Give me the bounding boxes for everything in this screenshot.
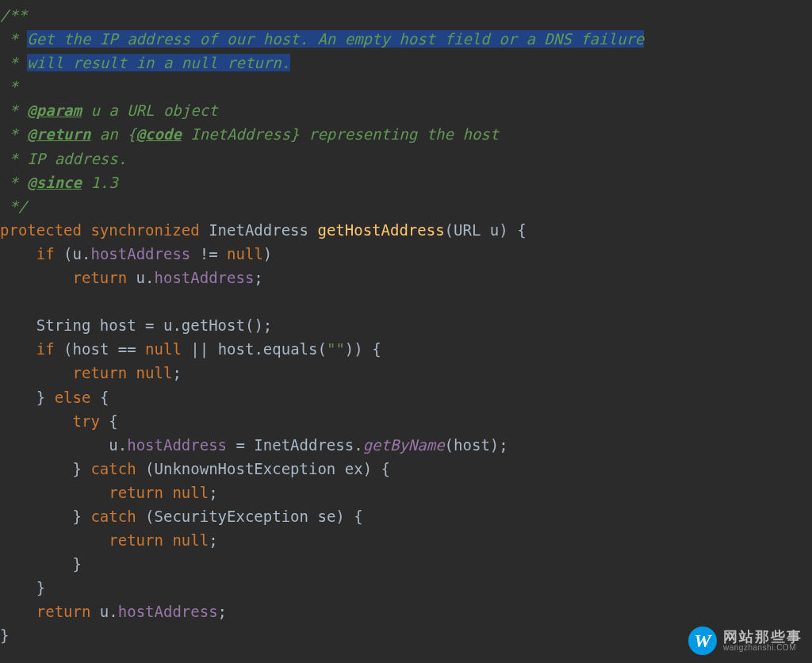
javadoc-since-tag: @since [27,174,82,191]
selection-line2: will result in a null return. [27,54,290,71]
type-url: URL [454,221,481,239]
watermark-logo-icon: W [688,627,717,655]
keyword-if: if [36,245,55,263]
field-hostaddress: hostAddress [90,245,190,263]
javadoc-star: * [0,174,18,191]
param-u: u [490,221,499,239]
javadoc-param-tag: @param [27,102,82,119]
method-gethost: getHost [182,316,245,334]
var-host: host [100,316,136,334]
static-getbyname: getByName [363,436,445,454]
type-string: String [36,316,91,334]
keyword-try: try [73,412,100,430]
javadoc-param-text: u a URL object [82,102,218,119]
type-unknownhostexception: UnknownHostException [155,460,336,477]
javadoc-open: /** [0,6,27,24]
keyword-protected: protected [0,221,82,239]
method-name: getHostAddress [317,221,444,239]
keyword-else: else [55,389,91,406]
javadoc-star: * [0,30,18,48]
code-editor[interactable]: /** * Get the IP address of our host. An… [0,0,812,648]
type-securityexception: SecurityException [155,508,308,525]
javadoc-close: */ [0,197,27,215]
watermark-cn: 网站那些事 [723,630,802,644]
selection-line1: Get the IP address of our host. An empty… [27,30,644,48]
type-inetaddress: InetAddress [209,221,308,239]
string-empty: "" [327,340,345,358]
keyword-null: null [227,245,263,263]
javadoc-ip-line: * IP address. [0,150,127,167]
keyword-synchronized: synchronized [90,221,199,239]
keyword-return: return [73,269,128,286]
javadoc-star: * [0,78,18,95]
keyword-catch: catch [90,460,136,477]
watermark: W 网站那些事 wangzhanshi.COM [688,627,802,655]
javadoc-return-tag: @return [27,125,90,143]
watermark-en: wangzhanshi.COM [723,644,802,652]
javadoc-code-tag: @code [136,125,182,143]
javadoc-star: * [0,54,18,71]
javadoc-star: * [0,125,18,143]
javadoc-star: * [0,102,18,119]
